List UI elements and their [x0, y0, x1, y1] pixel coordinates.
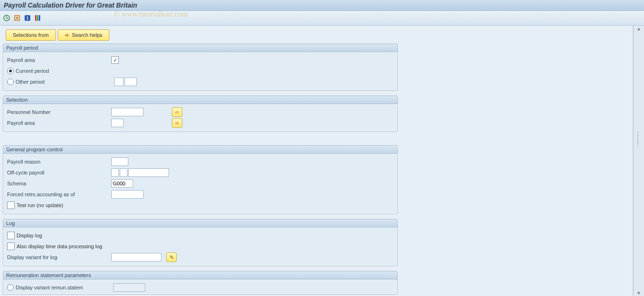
group-title-selection: Selection	[3, 96, 397, 104]
radio-display-variant-remun[interactable]	[7, 284, 14, 291]
label-personnel-number: Personnel Number	[7, 109, 111, 115]
scroll-handle[interactable]	[637, 131, 640, 146]
svg-rect-5	[37, 15, 38, 21]
off-cycle-field-2[interactable]	[120, 168, 127, 177]
content-area: Selections from ➪ Search helps Payroll p…	[0, 26, 633, 296]
test-run-checkbox[interactable]	[7, 201, 15, 209]
display-variant-remun-field[interactable]	[113, 283, 145, 292]
label-display-variant-remun: Display variant remun.statem	[16, 285, 113, 290]
scrollbar[interactable]: ▲ ▼	[633, 26, 644, 296]
search-helps-button[interactable]: ➪ Search helps	[58, 29, 109, 41]
display-variant-field[interactable]	[111, 253, 161, 261]
label-payroll-area-sel: Payroll area	[7, 120, 111, 126]
get-variant-icon[interactable]	[13, 14, 21, 22]
payroll-area-field[interactable]	[111, 119, 124, 127]
scroll-down-icon[interactable]: ▼	[637, 291, 641, 296]
label-forced-retro: Forced retro.accounting as of	[7, 192, 111, 197]
search-helps-label: Search helps	[72, 32, 102, 38]
group-selection: Selection Personnel Number ➪ Payroll are…	[3, 96, 398, 132]
off-cycle-field-3[interactable]	[128, 168, 169, 177]
group-log: Log Display log Also display time data p…	[3, 219, 398, 266]
execute-icon[interactable]	[3, 14, 10, 22]
scroll-up-icon[interactable]: ▲	[637, 26, 641, 31]
display-log-checkbox[interactable]	[7, 232, 15, 239]
info-icon[interactable]: i	[24, 14, 31, 22]
payroll-area-checkbox[interactable]: ✓	[111, 56, 119, 64]
svg-rect-4	[35, 15, 36, 21]
arrow-right-icon: ➪	[175, 109, 179, 115]
group-payroll-period: Payroll period Payroll area ✓ Current pe…	[3, 44, 398, 91]
label-off-cycle: Off-cycle payroll	[7, 170, 111, 175]
check-mark-icon: ✓	[113, 58, 117, 63]
label-also-display: Also display time data processing log	[17, 244, 102, 249]
group-title-log: Log	[3, 219, 397, 227]
label-payroll-area: Payroll area	[7, 57, 111, 63]
personnel-number-multi-button[interactable]: ➪	[172, 107, 182, 117]
edit-variant-button[interactable]: ✎	[166, 252, 177, 262]
button-row: Selections from ➪ Search helps	[6, 29, 633, 41]
radio-other-period[interactable]	[7, 78, 14, 85]
label-display-variant: Display variant for log	[7, 254, 111, 260]
radio-current-period[interactable]	[7, 68, 14, 74]
also-display-checkbox[interactable]	[7, 243, 15, 250]
arrow-right-icon: ➪	[65, 32, 69, 38]
payroll-area-multi-button[interactable]: ➪	[172, 118, 182, 128]
personnel-number-field[interactable]	[111, 108, 143, 116]
group-title-payroll-period: Payroll period	[3, 44, 397, 52]
toolbar: i © www.tutorialkart.com	[0, 11, 644, 26]
group-title-remuneration: Remuneration statement parameters	[3, 271, 397, 279]
label-payroll-reason: Payroll reason	[7, 159, 111, 165]
svg-text:i: i	[27, 16, 28, 21]
label-schema: Schema	[7, 181, 111, 186]
other-period-field-1[interactable]	[114, 78, 124, 86]
selections-from-button[interactable]: Selections from	[6, 29, 56, 41]
color-bars-icon[interactable]	[34, 14, 42, 22]
page-title: Payroll Calculation Driver for Great Bri…	[4, 1, 137, 9]
other-period-field-2[interactable]	[125, 78, 137, 86]
forced-retro-field[interactable]	[111, 190, 143, 199]
group-general: General program control Payroll reason O…	[3, 145, 398, 214]
label-other-period: Other period	[16, 79, 114, 85]
schema-field[interactable]	[111, 179, 133, 188]
selections-from-label: Selections from	[13, 32, 49, 38]
main-area: Selections from ➪ Search helps Payroll p…	[0, 26, 644, 296]
watermark: © www.tutorialkart.com	[114, 10, 188, 18]
label-test-run: Test run (no update)	[17, 202, 63, 208]
svg-rect-6	[39, 15, 40, 21]
off-cycle-field-1[interactable]	[111, 168, 119, 177]
arrow-right-icon: ➪	[175, 120, 179, 126]
label-current-period: Current period	[16, 68, 114, 74]
group-title-general: General program control	[3, 146, 397, 154]
label-display-log: Display log	[17, 233, 42, 238]
group-remuneration: Remuneration statement parameters Displa…	[3, 271, 398, 295]
pencil-icon: ✎	[170, 254, 174, 261]
payroll-reason-field[interactable]	[111, 157, 128, 166]
title-bar: Payroll Calculation Driver for Great Bri…	[0, 0, 644, 11]
